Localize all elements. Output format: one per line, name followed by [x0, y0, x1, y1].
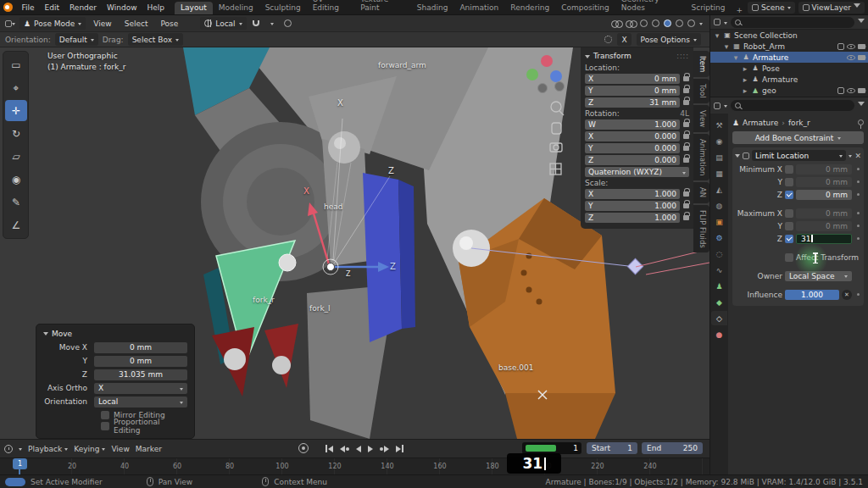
decorator[interactable] [854, 225, 861, 227]
menu-select[interactable]: Select [120, 15, 153, 31]
tab-an[interactable]: AN [693, 182, 709, 202]
tool-transform[interactable]: ◉ [5, 169, 27, 190]
disclosure-icon[interactable]: ▾ [723, 42, 730, 51]
lock-icon[interactable] [683, 158, 689, 163]
ptab-view-layer[interactable]: ▦ [711, 166, 727, 180]
small-sphere[interactable] [224, 348, 246, 370]
outliner-item-armature[interactable]: ▾ ♟ Armature [710, 52, 868, 63]
chevron-down-icon[interactable] [19, 448, 22, 452]
pose-options-dropdown[interactable]: Pose Options [637, 33, 701, 46]
frame-end-field[interactable]: End250 [642, 442, 703, 454]
axis-ball-neg[interactable] [538, 84, 548, 93]
menu-keying[interactable]: Keying [74, 445, 105, 453]
tool-options-gear-icon[interactable] [604, 36, 612, 43]
fork-r-head-sphere[interactable] [279, 254, 296, 271]
snap-settings-button[interactable] [265, 17, 279, 30]
tab-view[interactable]: View [693, 105, 709, 132]
show-overlays-toggle[interactable] [626, 20, 636, 27]
render-camera-icon[interactable] [858, 88, 865, 93]
small-sphere[interactable] [272, 356, 291, 374]
location-z-field[interactable]: Z31 mm [585, 97, 680, 108]
disclosure-icon[interactable]: ▾ [714, 31, 721, 40]
add-workspace-button[interactable]: + [732, 6, 748, 14]
tab-modeling[interactable]: Modeling [213, 2, 259, 14]
tab-texture-paint[interactable]: Texture Paint [354, 0, 411, 14]
lock-icon[interactable] [683, 100, 689, 105]
play-reverse-button[interactable] [356, 446, 361, 452]
menu-marker[interactable]: Marker [136, 445, 162, 453]
tab-uv-editing[interactable]: UV Editing [307, 0, 355, 14]
jump-to-end-button[interactable] [396, 445, 403, 452]
max-y-checkbox[interactable] [785, 222, 793, 230]
menu-view[interactable]: View [88, 15, 116, 31]
rotation-y-field[interactable]: Y0.000 [585, 143, 680, 153]
current-frame-field[interactable]: 1 [522, 442, 581, 454]
hide-eye-icon[interactable] [847, 44, 855, 49]
next-keyframe-button[interactable] [380, 446, 389, 452]
location-y-field[interactable]: Y0 mm [585, 86, 680, 96]
playhead[interactable]: 1 [13, 458, 27, 469]
lock-icon[interactable] [683, 203, 689, 208]
shading-wireframe-button[interactable] [652, 19, 659, 27]
hide-eye-icon[interactable] [847, 55, 855, 60]
axis-ball-z[interactable] [550, 70, 562, 82]
tab-rendering[interactable]: Rendering [504, 2, 555, 14]
menu-window[interactable]: Window [102, 0, 142, 14]
tab-shading[interactable]: Shading [411, 2, 454, 14]
timeline-editor-icon[interactable] [4, 445, 13, 453]
min-z-field[interactable]: 0 mm [796, 190, 852, 200]
frame-start-field[interactable]: Start1 [587, 442, 637, 454]
tab-animation[interactable]: Animation [693, 134, 709, 180]
exclude-checkbox[interactable] [837, 87, 844, 94]
move-x-field[interactable]: 0 mm [94, 342, 187, 353]
panel-grip-icon[interactable]: :::: [676, 53, 689, 60]
shading-material-button[interactable] [676, 19, 683, 27]
lock-icon[interactable] [683, 122, 689, 127]
add-bone-constraint-button[interactable]: Add Bone Constraint [732, 131, 864, 144]
decorator[interactable] [854, 237, 861, 240]
outliner-item-robot-arm[interactable]: ▾ ▦ Robot_Arm [710, 41, 868, 52]
rotation-z-field[interactable]: Z0.000 [585, 155, 680, 165]
max-z-checkbox[interactable] [785, 235, 793, 243]
snap-toggle[interactable] [249, 17, 263, 30]
lock-icon[interactable] [683, 76, 689, 81]
chevron-down-icon[interactable] [724, 105, 727, 109]
ptab-object-constraints[interactable]: ∿ [711, 263, 727, 277]
tab-geometry-nodes[interactable]: Geometry Nodes [615, 0, 686, 14]
outliner-item-pose[interactable]: ▸ ♟ Pose [710, 63, 868, 74]
constraint-extras-chevron[interactable] [849, 155, 852, 159]
prev-keyframe-button[interactable] [340, 446, 349, 452]
location-x-field[interactable]: X0 mm [585, 74, 680, 84]
ptab-world[interactable]: ◍ [711, 198, 727, 213]
lock-icon[interactable] [683, 88, 689, 93]
properties-filter-icon[interactable] [858, 102, 865, 109]
ptab-tool[interactable]: ⚒ [711, 118, 727, 132]
ptab-object[interactable]: ▣ [711, 214, 727, 229]
rotation-x-field[interactable]: X0.000 [585, 131, 680, 141]
scale-y-field[interactable]: Y1.000 [585, 201, 680, 211]
render-camera-icon[interactable] [858, 55, 865, 60]
max-x-field[interactable]: 0 mm [796, 208, 852, 219]
tool-rotate[interactable]: ↻ [5, 123, 27, 144]
min-y-field[interactable]: 0 mm [796, 177, 852, 187]
tool-move[interactable]: ✛ [5, 100, 27, 121]
timeline-ruler[interactable]: 0 20 40 60 80 100 120 140 160 180 200 22… [0, 458, 709, 475]
mirror-editing-checkbox[interactable] [101, 411, 109, 419]
disclosure-icon[interactable]: ▸ [742, 86, 748, 95]
owner-dropdown[interactable]: Local Space [785, 271, 852, 281]
tool-scale[interactable]: ▱ [5, 146, 27, 167]
shading-rendered-button[interactable] [687, 19, 695, 27]
editor-type-button[interactable] [3, 17, 17, 30]
decorator[interactable] [854, 193, 861, 196]
tool-annotate[interactable]: ✎ [5, 191, 27, 213]
tool-select-box[interactable]: ▭ [5, 54, 27, 75]
tab-animation[interactable]: Animation [453, 2, 504, 14]
shading-solid-button[interactable] [664, 19, 671, 27]
collapse-icon[interactable] [585, 55, 590, 61]
affect-transform-checkbox[interactable] [785, 253, 793, 262]
gizmo-center[interactable] [327, 263, 335, 271]
render-camera-icon[interactable] [858, 44, 865, 49]
shading-options-chevron[interactable] [699, 23, 703, 27]
tab-scripting[interactable]: Scripting [686, 2, 732, 14]
drag-setting-dropdown[interactable]: Select Box [128, 33, 183, 46]
